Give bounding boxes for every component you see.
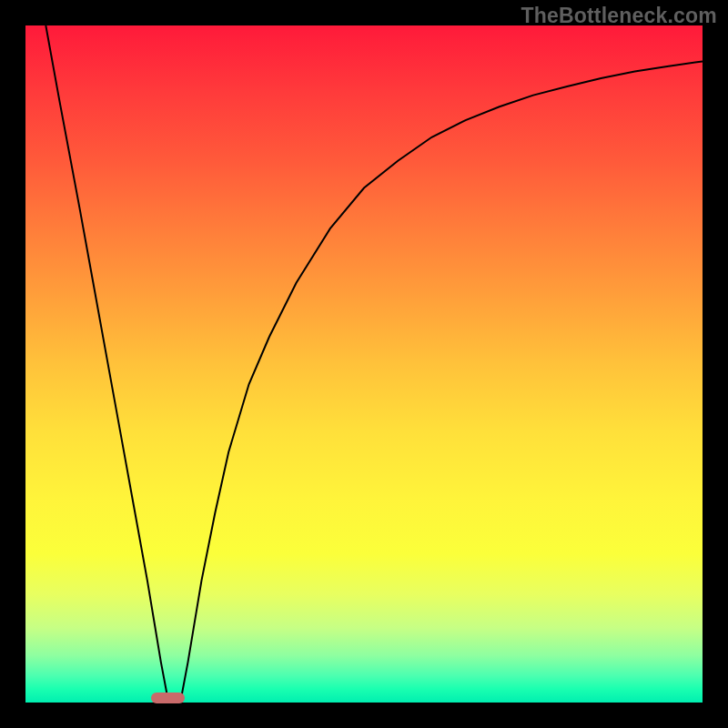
chart-frame: TheBottleneck.com [0, 0, 728, 728]
bottleneck-curve [46, 25, 703, 699]
chart-curve-svg [25, 25, 703, 703]
chart-plot-area [25, 25, 703, 703]
watermark-text: TheBottleneck.com [521, 4, 717, 28]
optimum-marker [151, 693, 185, 703]
